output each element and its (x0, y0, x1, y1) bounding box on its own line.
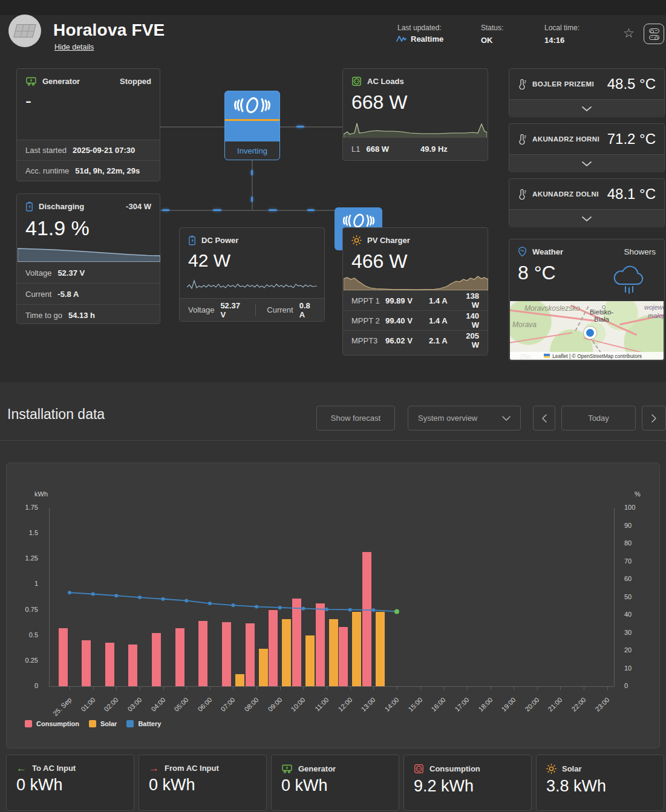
ac-loads-card: AC Loads 668 W L1 668 W 49.9 Hz (342, 68, 488, 161)
pv-charger-card: PV Charger 466 W MPPT 1 99.89 V 1.4 A 13… (342, 227, 488, 356)
show-forecast-button[interactable]: Show forecast (316, 406, 395, 430)
legend-item-battery[interactable]: Battery (126, 720, 161, 727)
last-updated-label: Last updated: (397, 24, 442, 32)
mppt1-label: MPPT 1 (351, 296, 385, 305)
status-label: Status: (481, 24, 503, 32)
temp-expander[interactable] (509, 209, 664, 227)
y-axis-tick: 20 (624, 646, 632, 654)
next-period-button[interactable] (642, 406, 666, 430)
bar-consumption (128, 645, 137, 686)
y-axis-tick: 40 (624, 611, 632, 618)
total-value: 0 kWh (272, 776, 399, 795)
mppt2-voltage: 99.40 V (385, 316, 429, 325)
temp-sensor-name: AKUNADRZ HORNI (532, 135, 599, 143)
x-axis-tick-mark (537, 686, 538, 690)
generator-runtime-value: 51d, 9h, 22m, 29s (75, 166, 140, 175)
inverter-state: Inverting (225, 141, 279, 160)
total-consumption-card: Consumption 9.2 kWh (403, 755, 532, 811)
remote-console-icon[interactable] (644, 24, 664, 44)
chevron-down-icon (582, 216, 592, 221)
x-axis-tick-mark (397, 686, 397, 690)
inverter-device[interactable]: Inverting (224, 91, 280, 160)
temp-expander[interactable] (509, 99, 664, 117)
bar-solar (282, 619, 291, 686)
overview-select-dropdown[interactable]: System overview (408, 406, 521, 430)
legend-item-solar[interactable]: Solar (89, 720, 117, 727)
battery-soc-point (348, 608, 352, 611)
battery-soc-forecast-point (394, 609, 399, 614)
total-value: 9.2 kWh (404, 777, 531, 796)
installation-data-title: Installation data (7, 406, 105, 423)
chevron-right-icon (651, 414, 656, 423)
total-from-ac-input-card: → From AC Input 0 kWh (139, 755, 267, 811)
x-axis-tick-mark (584, 686, 584, 690)
dc-power-card: DC Power 42 W Voltage 52.37 V Current 0.… (179, 227, 325, 322)
weather-card: Weather Showers 8 °C Moravskoslezsko Mor… (509, 239, 665, 361)
battery-voltage-value: 52.37 V (57, 268, 85, 278)
arrow-left-icon: ← (16, 764, 27, 773)
y-axis-tick: 0 (8, 682, 38, 689)
favorite-star-icon[interactable]: ☆ (623, 26, 635, 41)
y-axis-tick: 80 (624, 539, 632, 547)
bar-consumption (105, 643, 114, 686)
solar-panel-icon (13, 24, 36, 37)
bar-consumption (316, 603, 325, 686)
weather-map[interactable]: Moravskoslezsko Morava Bielsko-Biała woj… (510, 301, 664, 360)
hide-details-link[interactable]: Hide details (54, 43, 94, 51)
page-title: Horalova FVE (53, 21, 165, 40)
power-flow-dash (269, 209, 277, 211)
temp-card-akunadrz-dolni: AKUNADRZ DOLNI 48.1 °C (509, 178, 665, 227)
battery-card: Discharging -304 W 41.9 % Voltage52.37 V… (16, 193, 160, 324)
bar-solar (235, 674, 244, 686)
y-axis-tick: 50 (624, 593, 632, 600)
battery-timetogo-value: 54.13 h (68, 311, 95, 320)
x-axis-tick-mark (280, 686, 281, 690)
battery-soc-point (208, 602, 212, 605)
x-axis-tick-mark (467, 686, 468, 690)
ac-loads-frequency: 49.9 Hz (420, 145, 448, 154)
battery-voltage-label: Voltage (25, 268, 51, 278)
today-button[interactable]: Today (561, 406, 636, 430)
temp-expander[interactable] (509, 154, 664, 172)
x-axis-tick-mark (420, 686, 421, 690)
local-time-value: 14:16 (544, 36, 564, 45)
y-axis-tick: 1.5 (8, 529, 38, 536)
weather-label: Weather (532, 247, 563, 256)
map-region-label: małop (648, 312, 664, 319)
y-axis-tick: 0.5 (8, 631, 38, 638)
local-time-label: Local time: (544, 24, 579, 32)
chevron-down-icon (582, 106, 592, 111)
map-location-marker (584, 326, 596, 339)
prev-period-button[interactable] (533, 406, 555, 430)
total-label: Consumption (429, 764, 480, 773)
y-axis-tick: 0.75 (8, 606, 38, 613)
legend-item-consumption[interactable]: Consumption (25, 720, 79, 727)
cloud-rain-icon (610, 261, 647, 294)
chart-plot (49, 508, 615, 687)
dc-power-icon (188, 235, 196, 245)
generator-last-started-value: 2025-09-21 07:30 (73, 146, 135, 155)
status-value: OK (481, 36, 493, 45)
section-divider (0, 440, 666, 441)
x-axis-tick-mark (233, 686, 233, 690)
consumption-swatch (25, 720, 32, 727)
map-region-label: Morava (512, 320, 537, 329)
generator-card: Generator Stopped - Last started2025-09-… (16, 68, 160, 181)
wire-generator-inverter (160, 126, 224, 128)
total-value: 3.8 kWh (537, 777, 664, 796)
wire-inverter-dcbus (252, 159, 253, 210)
inverter-stripe (225, 119, 279, 121)
bar-consumption (362, 552, 371, 687)
total-label: To AC Input (32, 764, 76, 773)
generator-value: - (17, 91, 160, 111)
ukraine-flag-icon (544, 354, 550, 358)
thermometer-icon (518, 189, 527, 200)
battery-soc-point (184, 599, 188, 602)
x-axis-tick-mark (210, 686, 211, 690)
sun-icon (351, 235, 362, 245)
ac-loads-l1-label: L1 (351, 145, 360, 154)
chevron-left-icon (542, 414, 547, 423)
pv-charger-value: 466 W (343, 250, 488, 273)
x-axis-tick-mark (327, 686, 327, 690)
ac-loads-socket-icon (351, 76, 362, 86)
